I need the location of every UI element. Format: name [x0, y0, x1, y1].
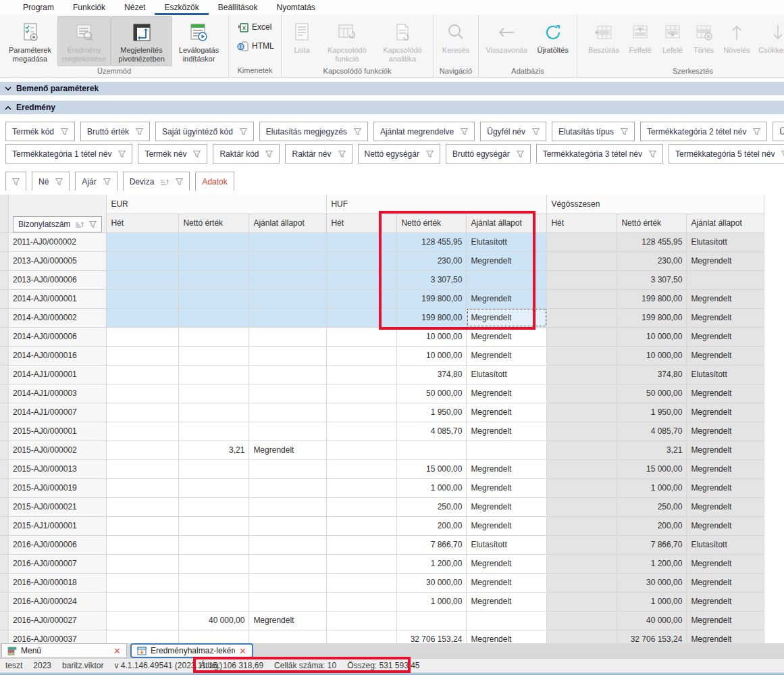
cell-huf-het[interactable]: [327, 422, 397, 441]
cell-huf-netto[interactable]: 1 200,00: [397, 554, 467, 573]
cell-eur-het[interactable]: [107, 630, 179, 643]
row-indicator[interactable]: [0, 573, 9, 592]
cell-eur-het[interactable]: [107, 611, 179, 630]
filter-chip-row1-5[interactable]: Ügyfél név: [480, 122, 546, 141]
cell-eur-het[interactable]: [107, 251, 179, 270]
cell-eur-netto[interactable]: [179, 289, 249, 308]
row-indicator[interactable]: [0, 459, 9, 478]
megjelenites-pivotnezetben-button[interactable]: Megjelenítés pivotnézetben: [111, 16, 172, 66]
row-id[interactable]: 2015-AJ1/000001: [9, 516, 107, 535]
cell-huf-netto[interactable]: 10 000,00: [397, 346, 467, 365]
cell-huf-netto[interactable]: 30 000,00: [397, 573, 467, 592]
cell-huf-het[interactable]: [327, 384, 397, 403]
row-indicator[interactable]: [0, 535, 9, 554]
column-header-het[interactable]: Hét: [327, 214, 397, 232]
cell-eur-netto[interactable]: [179, 403, 249, 422]
cell-eur-het[interactable]: [107, 403, 179, 422]
cell-total-het[interactable]: [547, 403, 617, 422]
cell-eur-het[interactable]: [107, 592, 179, 611]
section-header-eredmeny[interactable]: Eredmény: [0, 101, 784, 114]
column-header-het[interactable]: Hét: [547, 214, 617, 232]
cell-eur-allapot[interactable]: [249, 365, 327, 384]
filter-chip-row2-5[interactable]: Bruttó egységár: [446, 144, 531, 164]
cell-eur-netto[interactable]: [179, 497, 249, 516]
filter-chip-row2-6[interactable]: Termékkategória 3 tétel név: [536, 144, 663, 164]
lista-button[interactable]: Lista: [284, 16, 319, 66]
cell-huf-het[interactable]: [327, 459, 397, 478]
filter-chip-row3-1[interactable]: Né: [32, 172, 70, 191]
cell-total-allapot[interactable]: Megrendelt: [687, 384, 764, 403]
cell-huf-allapot[interactable]: Megrendelt: [467, 327, 547, 346]
cell-eur-allapot[interactable]: [249, 535, 327, 554]
menu-item-1[interactable]: Funkciók: [63, 1, 115, 15]
cell-total-allapot[interactable]: Elutasított: [687, 365, 764, 384]
cell-eur-netto[interactable]: [179, 554, 249, 573]
cell-huf-netto[interactable]: 7 866,70: [397, 535, 467, 554]
filter-chip-row1-8[interactable]: Ügyfél kód: [773, 122, 784, 141]
cell-eur-netto[interactable]: [179, 516, 249, 535]
cell-huf-het[interactable]: [327, 270, 397, 289]
cell-eur-allapot[interactable]: [249, 478, 327, 497]
cell-huf-allapot[interactable]: Megrendelt: [467, 497, 547, 516]
cell-huf-allapot[interactable]: Megrendelt: [467, 554, 547, 573]
cell-huf-netto[interactable]: [397, 611, 467, 630]
cell-huf-allapot[interactable]: Megrendelt: [467, 422, 547, 441]
cell-total-netto[interactable]: 199 800,00: [617, 308, 687, 327]
filter-chip-row1-6[interactable]: Elutasítás típus: [552, 122, 635, 141]
cell-eur-allapot[interactable]: [249, 232, 327, 251]
cell-total-netto[interactable]: 230,00: [617, 251, 687, 270]
cell-huf-netto[interactable]: 15 000,00: [397, 459, 467, 478]
cell-huf-allapot[interactable]: Megrendelt: [467, 630, 547, 643]
cell-huf-het[interactable]: [327, 497, 397, 516]
cell-eur-allapot[interactable]: [249, 270, 327, 289]
cell-total-allapot[interactable]: Megrendelt: [687, 346, 764, 365]
row-indicator[interactable]: [0, 270, 9, 289]
filter-funnel-icon[interactable]: [176, 178, 183, 185]
cell-huf-het[interactable]: [327, 611, 397, 630]
cell-huf-het[interactable]: [327, 232, 397, 251]
row-indicator[interactable]: [0, 441, 9, 459]
filter-chip-row2-2[interactable]: Raktár kód: [213, 144, 280, 164]
cell-total-het[interactable]: [547, 365, 617, 384]
cell-huf-het[interactable]: [327, 308, 397, 327]
csokkentes-button[interactable]: Csökkentés: [754, 16, 784, 66]
filter-chip-row2-1[interactable]: Termék név: [138, 144, 207, 164]
cell-eur-netto[interactable]: [179, 459, 249, 478]
cell-eur-het[interactable]: [107, 459, 179, 478]
row-id[interactable]: 2016-AJ0/000006: [9, 535, 107, 554]
cell-huf-het[interactable]: [327, 251, 397, 270]
eredmeny-megtekintese-button[interactable]: Eredmény megtekintése: [57, 16, 111, 66]
filter-funnel-icon[interactable]: [781, 151, 784, 157]
cell-huf-het[interactable]: [327, 478, 397, 497]
cell-total-het[interactable]: [547, 308, 617, 327]
parameterek-megadasa-button[interactable]: Paraméterek megadása: [3, 16, 57, 66]
kapcsolodo-analitika-button[interactable]: Kapcsolódó analitika: [375, 16, 430, 66]
filter-funnel-icon[interactable]: [621, 128, 628, 135]
cell-total-netto[interactable]: 199 800,00: [617, 289, 687, 308]
cell-eur-allapot[interactable]: Megrendelt: [249, 611, 327, 630]
filter-chip-row1-7[interactable]: Termékkategória 2 tétel név: [640, 122, 767, 141]
row-indicator[interactable]: [0, 289, 9, 308]
cell-total-netto[interactable]: 4 085,70: [617, 422, 687, 441]
cell-eur-allapot[interactable]: [249, 592, 327, 611]
cell-huf-het[interactable]: [327, 592, 397, 611]
cell-huf-allapot[interactable]: Megrendelt: [467, 459, 547, 478]
filter-chip-row3-2[interactable]: Ajár: [75, 172, 117, 191]
filter-funnel-icon[interactable]: [265, 151, 273, 157]
filter-chip-row1-0[interactable]: Termék kód: [5, 122, 75, 141]
row-indicator[interactable]: [0, 346, 9, 365]
cell-huf-het[interactable]: [327, 365, 397, 384]
cell-huf-het[interactable]: [327, 441, 397, 459]
column-group-vegosszesen[interactable]: Végösszesen: [547, 195, 764, 214]
column-header-netto-ertek[interactable]: Nettó érték: [179, 214, 249, 232]
column-header-netto-ertek[interactable]: Nettó érték: [397, 214, 467, 232]
cell-huf-netto[interactable]: 1 000,00: [397, 592, 467, 611]
row-indicator[interactable]: [0, 422, 9, 441]
cell-huf-allapot[interactable]: Elutasított: [467, 365, 547, 384]
cell-eur-allapot[interactable]: [249, 497, 327, 516]
cell-huf-netto[interactable]: 374,80: [397, 365, 467, 384]
cell-total-allapot[interactable]: Megrendelt: [687, 554, 764, 573]
cell-eur-het[interactable]: [107, 308, 179, 327]
cell-eur-het[interactable]: [107, 365, 179, 384]
cell-eur-het[interactable]: [107, 554, 179, 573]
